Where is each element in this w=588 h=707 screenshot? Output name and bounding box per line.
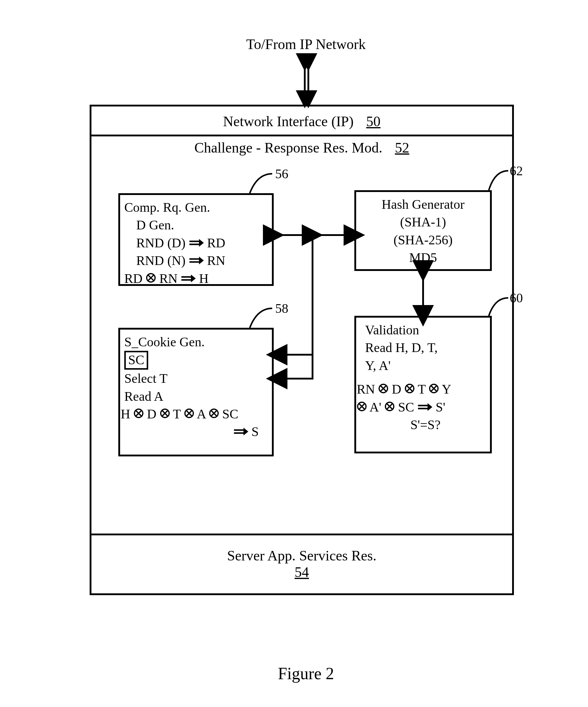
server-app-label: Server App. Services Res. [91, 547, 512, 564]
box-60: Validation Read H, D, T, Y, A' RN D T Y … [354, 316, 492, 453]
callout-58: 58 [275, 301, 288, 316]
implies-icon [189, 238, 204, 247]
b56-l3b: RD [207, 236, 225, 250]
b62-l3: (SHA-256) [360, 231, 486, 249]
figure-label: Figure 2 [278, 664, 334, 683]
b60-l2: Read H, D, T, [365, 339, 486, 357]
otimes-icon [160, 408, 170, 418]
b58-l6: S [252, 425, 259, 439]
server-app-ref: 54 [295, 564, 309, 580]
b58-l1: S_Cookie Gen. [124, 333, 268, 351]
otimes-icon [184, 408, 194, 418]
otimes-icon [134, 408, 144, 418]
b56-l1: Comp. Rq. Gen. [124, 199, 268, 216]
b56-l3a: RND (D) [136, 236, 189, 250]
b60-l3: Y, A' [365, 357, 486, 374]
b62-l1: Hash Generator [360, 196, 486, 213]
otimes-icon [209, 408, 219, 418]
outer-box: Network Interface (IP) 50 Challenge - Re… [89, 105, 514, 595]
otimes-icon [429, 383, 439, 394]
sc-box: SC [124, 351, 148, 370]
implies-icon [417, 403, 432, 411]
b60-l5a: A' [370, 400, 381, 414]
b58-l5d: A [196, 407, 205, 422]
b60-l1: Validation [365, 321, 486, 339]
callout-56: 56 [275, 166, 288, 181]
otimes-icon [378, 383, 389, 394]
b56-l4b: RN [207, 253, 225, 268]
b56-l4a: RND (N) [136, 253, 189, 268]
server-app-row: Server App. Services Res. 54 [91, 534, 512, 593]
otimes-icon [357, 401, 367, 411]
b56-l5c: H [199, 271, 209, 286]
page: To/From IP Network Network Interface (IP… [12, 12, 588, 707]
b56-l2: D Gen. [124, 216, 268, 234]
b60-l4d: Y [442, 382, 451, 397]
b60-l4a: RN [357, 382, 375, 397]
otimes-icon [146, 273, 156, 283]
implies-icon [233, 427, 248, 436]
b58-l5b: D [147, 407, 156, 422]
b58-l4: Read A [124, 388, 268, 405]
box-56: Comp. Rq. Gen. D Gen. RND (D) RD RND (N)… [118, 193, 274, 286]
b62-l2: (SHA-1) [360, 213, 486, 231]
top-label: To/From IP Network [246, 36, 366, 52]
b60-l4c: T [418, 382, 426, 397]
b58-l5a: H [121, 407, 130, 422]
b58-l5c: T [173, 407, 181, 422]
implies-icon [189, 256, 204, 265]
otimes-icon [405, 383, 415, 394]
b60-l6: S'=S? [365, 416, 486, 434]
b58-l5e: SC [222, 407, 238, 422]
b60-l4b: D [392, 382, 401, 397]
double-arrow-icon [297, 57, 315, 105]
b56-l5b: RN [159, 271, 178, 286]
otimes-icon [384, 401, 395, 411]
b62-l4: MD5 [360, 249, 486, 266]
b56-l5a: RD [124, 271, 143, 286]
b58-l3: Select T [124, 370, 268, 387]
implies-icon [181, 274, 196, 283]
b60-l5b: SC [398, 400, 417, 414]
box-58: S_Cookie Gen. SC Select T Read A H D T A… [118, 328, 274, 457]
box-62: Hash Generator (SHA-1) (SHA-256) MD5 [354, 190, 492, 271]
callout-60: 60 [510, 291, 523, 306]
b60-l5c: S' [436, 400, 445, 414]
callout-62: 62 [510, 163, 523, 178]
